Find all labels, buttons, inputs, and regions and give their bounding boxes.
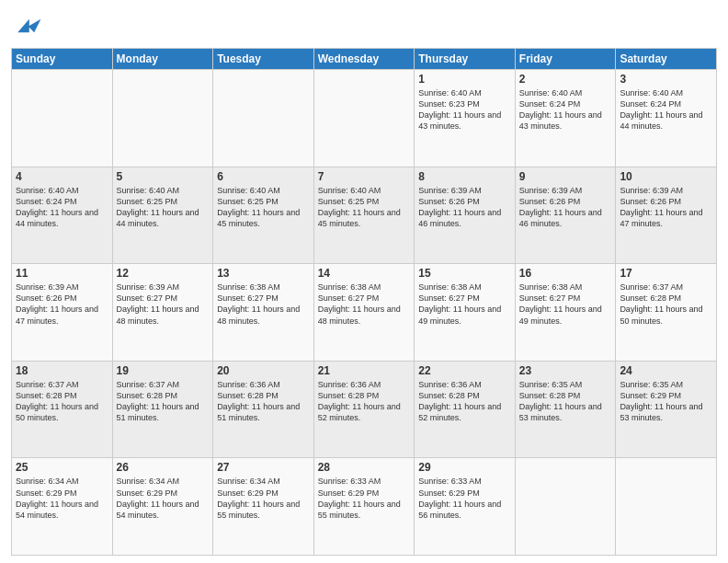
logo: [11, 9, 48, 42]
calendar-cell: 28Sunrise: 6:33 AM Sunset: 6:29 PM Dayli…: [313, 458, 415, 556]
calendar-cell: 7Sunrise: 6:40 AM Sunset: 6:25 PM Daylig…: [313, 167, 415, 264]
header-row: SundayMondayTuesdayWednesdayThursdayFrid…: [12, 49, 717, 70]
calendar-cell: [515, 458, 616, 556]
day-number: 27: [217, 461, 310, 474]
calendar-cell: 17Sunrise: 6:37 AM Sunset: 6:28 PM Dayli…: [616, 264, 717, 362]
calendar-cell: 25Sunrise: 6:34 AM Sunset: 6:29 PM Dayli…: [12, 458, 113, 556]
day-number: 6: [217, 170, 310, 183]
calendar-cell: 14Sunrise: 6:38 AM Sunset: 6:27 PM Dayli…: [313, 264, 415, 362]
calendar-cell: [12, 70, 113, 167]
day-number: 23: [519, 364, 612, 377]
calendar-cell: 21Sunrise: 6:36 AM Sunset: 6:28 PM Dayli…: [313, 361, 415, 458]
calendar-cell: 24Sunrise: 6:35 AM Sunset: 6:29 PM Dayli…: [616, 361, 717, 458]
cell-info: Sunrise: 6:40 AM Sunset: 6:25 PM Dayligh…: [318, 185, 411, 230]
calendar-header: SundayMondayTuesdayWednesdayThursdayFrid…: [12, 49, 717, 70]
day-number: 9: [519, 170, 612, 183]
calendar-cell: 13Sunrise: 6:38 AM Sunset: 6:27 PM Dayli…: [213, 264, 314, 362]
cell-info: Sunrise: 6:35 AM Sunset: 6:29 PM Dayligh…: [620, 379, 712, 424]
day-number: 15: [418, 267, 511, 280]
cell-info: Sunrise: 6:38 AM Sunset: 6:27 PM Dayligh…: [519, 282, 612, 327]
cell-info: Sunrise: 6:37 AM Sunset: 6:28 PM Dayligh…: [16, 379, 108, 424]
calendar-cell: 10Sunrise: 6:39 AM Sunset: 6:26 PM Dayli…: [616, 167, 717, 264]
calendar-cell: 2Sunrise: 6:40 AM Sunset: 6:24 PM Daylig…: [515, 70, 616, 167]
cell-info: Sunrise: 6:34 AM Sunset: 6:29 PM Dayligh…: [117, 476, 210, 521]
cell-info: Sunrise: 6:33 AM Sunset: 6:29 PM Dayligh…: [418, 476, 511, 521]
day-number: 14: [318, 267, 411, 280]
logo-icon: [11, 9, 44, 42]
calendar-cell: 20Sunrise: 6:36 AM Sunset: 6:28 PM Dayli…: [213, 361, 314, 458]
calendar-cell: 22Sunrise: 6:36 AM Sunset: 6:28 PM Dayli…: [415, 361, 516, 458]
week-row: 11Sunrise: 6:39 AM Sunset: 6:26 PM Dayli…: [12, 264, 717, 362]
col-header-friday: Friday: [515, 49, 616, 70]
cell-info: Sunrise: 6:40 AM Sunset: 6:25 PM Dayligh…: [217, 185, 310, 230]
calendar-cell: 4Sunrise: 6:40 AM Sunset: 6:24 PM Daylig…: [12, 167, 113, 264]
calendar-cell: 29Sunrise: 6:33 AM Sunset: 6:29 PM Dayli…: [415, 458, 516, 556]
col-header-thursday: Thursday: [415, 49, 516, 70]
calendar-body: 1Sunrise: 6:40 AM Sunset: 6:23 PM Daylig…: [12, 70, 717, 556]
calendar-cell: 6Sunrise: 6:40 AM Sunset: 6:25 PM Daylig…: [213, 167, 314, 264]
cell-info: Sunrise: 6:37 AM Sunset: 6:28 PM Dayligh…: [117, 379, 210, 424]
col-header-tuesday: Tuesday: [213, 49, 314, 70]
cell-info: Sunrise: 6:40 AM Sunset: 6:23 PM Dayligh…: [418, 87, 511, 132]
week-row: 25Sunrise: 6:34 AM Sunset: 6:29 PM Dayli…: [12, 458, 717, 556]
day-number: 10: [620, 170, 712, 183]
cell-info: Sunrise: 6:38 AM Sunset: 6:27 PM Dayligh…: [318, 282, 411, 327]
calendar-cell: 27Sunrise: 6:34 AM Sunset: 6:29 PM Dayli…: [213, 458, 314, 556]
day-number: 22: [418, 364, 511, 377]
day-number: 25: [16, 461, 108, 474]
calendar-cell: 5Sunrise: 6:40 AM Sunset: 6:25 PM Daylig…: [112, 167, 213, 264]
cell-info: Sunrise: 6:38 AM Sunset: 6:27 PM Dayligh…: [418, 282, 511, 327]
calendar-cell: 8Sunrise: 6:39 AM Sunset: 6:26 PM Daylig…: [415, 167, 516, 264]
cell-info: Sunrise: 6:35 AM Sunset: 6:28 PM Dayligh…: [519, 379, 612, 424]
day-number: 7: [318, 170, 411, 183]
week-row: 18Sunrise: 6:37 AM Sunset: 6:28 PM Dayli…: [12, 361, 717, 458]
day-number: 24: [620, 364, 712, 377]
week-row: 4Sunrise: 6:40 AM Sunset: 6:24 PM Daylig…: [12, 167, 717, 264]
cell-info: Sunrise: 6:39 AM Sunset: 6:26 PM Dayligh…: [418, 185, 511, 230]
cell-info: Sunrise: 6:39 AM Sunset: 6:26 PM Dayligh…: [519, 185, 612, 230]
day-number: 2: [519, 73, 612, 86]
cell-info: Sunrise: 6:40 AM Sunset: 6:24 PM Dayligh…: [519, 87, 612, 132]
calendar-cell: 9Sunrise: 6:39 AM Sunset: 6:26 PM Daylig…: [515, 167, 616, 264]
calendar-cell: [313, 70, 415, 167]
calendar-cell: 12Sunrise: 6:39 AM Sunset: 6:27 PM Dayli…: [112, 264, 213, 362]
day-number: 18: [16, 364, 108, 377]
cell-info: Sunrise: 6:34 AM Sunset: 6:29 PM Dayligh…: [16, 476, 108, 521]
col-header-sunday: Sunday: [12, 49, 113, 70]
day-number: 28: [318, 461, 411, 474]
cell-info: Sunrise: 6:38 AM Sunset: 6:27 PM Dayligh…: [217, 282, 310, 327]
day-number: 3: [620, 73, 712, 86]
day-number: 29: [418, 461, 511, 474]
cell-info: Sunrise: 6:36 AM Sunset: 6:28 PM Dayligh…: [318, 379, 411, 424]
cell-info: Sunrise: 6:37 AM Sunset: 6:28 PM Dayligh…: [620, 282, 712, 327]
day-number: 11: [16, 267, 108, 280]
col-header-wednesday: Wednesday: [313, 49, 415, 70]
calendar-cell: 18Sunrise: 6:37 AM Sunset: 6:28 PM Dayli…: [12, 361, 113, 458]
calendar-table: SundayMondayTuesdayWednesdayThursdayFrid…: [11, 48, 717, 556]
cell-info: Sunrise: 6:39 AM Sunset: 6:27 PM Dayligh…: [117, 282, 210, 327]
cell-info: Sunrise: 6:39 AM Sunset: 6:26 PM Dayligh…: [16, 282, 108, 327]
day-number: 1: [418, 73, 511, 86]
cell-info: Sunrise: 6:36 AM Sunset: 6:28 PM Dayligh…: [217, 379, 310, 424]
calendar-cell: 23Sunrise: 6:35 AM Sunset: 6:28 PM Dayli…: [515, 361, 616, 458]
week-row: 1Sunrise: 6:40 AM Sunset: 6:23 PM Daylig…: [12, 70, 717, 167]
cell-info: Sunrise: 6:39 AM Sunset: 6:26 PM Dayligh…: [620, 185, 712, 230]
calendar-cell: 11Sunrise: 6:39 AM Sunset: 6:26 PM Dayli…: [12, 264, 113, 362]
cell-info: Sunrise: 6:34 AM Sunset: 6:29 PM Dayligh…: [217, 476, 310, 521]
calendar-cell: 3Sunrise: 6:40 AM Sunset: 6:24 PM Daylig…: [616, 70, 717, 167]
calendar-cell: 1Sunrise: 6:40 AM Sunset: 6:23 PM Daylig…: [415, 70, 516, 167]
cell-info: Sunrise: 6:36 AM Sunset: 6:28 PM Dayligh…: [418, 379, 511, 424]
day-number: 26: [117, 461, 210, 474]
calendar-cell: 16Sunrise: 6:38 AM Sunset: 6:27 PM Dayli…: [515, 264, 616, 362]
header: [11, 9, 717, 42]
calendar-cell: 15Sunrise: 6:38 AM Sunset: 6:27 PM Dayli…: [415, 264, 516, 362]
cell-info: Sunrise: 6:33 AM Sunset: 6:29 PM Dayligh…: [318, 476, 411, 521]
cell-info: Sunrise: 6:40 AM Sunset: 6:24 PM Dayligh…: [16, 185, 108, 230]
svg-marker-0: [17, 19, 40, 32]
calendar-cell: [112, 70, 213, 167]
day-number: 19: [117, 364, 210, 377]
day-number: 12: [117, 267, 210, 280]
col-header-saturday: Saturday: [616, 49, 717, 70]
day-number: 21: [318, 364, 411, 377]
day-number: 20: [217, 364, 310, 377]
